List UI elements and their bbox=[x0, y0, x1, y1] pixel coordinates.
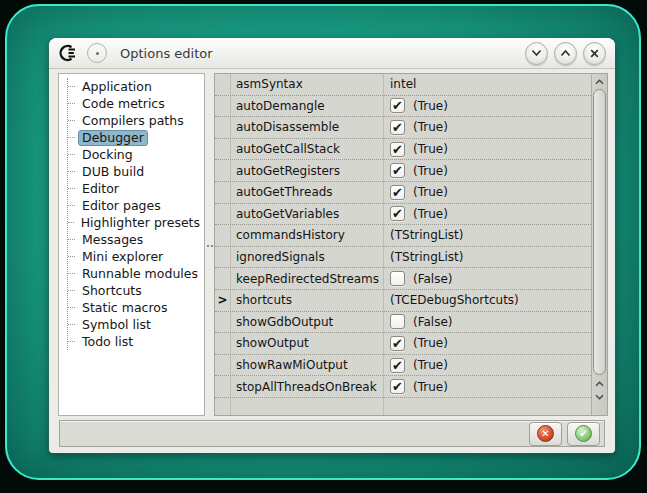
row-gutter bbox=[215, 312, 230, 333]
property-checkbox[interactable]: ✔ bbox=[390, 336, 405, 351]
sidebar-item-label: Mini explorer bbox=[78, 249, 167, 265]
property-name: autoGetCallStack bbox=[230, 139, 383, 160]
property-value-text: (TStringList) bbox=[390, 228, 463, 242]
expand-arrow-icon[interactable]: > bbox=[215, 290, 230, 311]
scroll-up-button[interactable] bbox=[592, 76, 607, 88]
property-row[interactable]: stopAllThreadsOnBreak ✔(True) bbox=[215, 376, 591, 398]
property-row[interactable]: autoGetCallStack ✔(True) bbox=[215, 139, 591, 161]
property-value-text: (True) bbox=[413, 336, 448, 350]
property-value-text: (False) bbox=[413, 315, 453, 329]
property-name: showRawMiOutput bbox=[230, 355, 383, 376]
property-value: (TStringList) bbox=[383, 225, 591, 246]
vertical-scrollbar[interactable] bbox=[591, 74, 607, 415]
property-value-text: (True) bbox=[413, 99, 448, 113]
property-checkbox[interactable]: ✔ bbox=[390, 358, 405, 373]
property-grid-rows: asmSyntax intel autoDemangle ✔(True) aut… bbox=[215, 74, 591, 398]
property-name: stopAllThreadsOnBreak bbox=[230, 376, 383, 397]
sidebar-item-label: Symbol list bbox=[78, 317, 155, 333]
property-row[interactable]: asmSyntax intel bbox=[215, 74, 591, 96]
sidebar-item[interactable]: Highlighter presets bbox=[68, 214, 204, 231]
accept-button[interactable]: ✔ bbox=[567, 422, 600, 446]
property-checkbox[interactable]: ✔ bbox=[390, 98, 405, 113]
property-row[interactable]: showGdbOutput (False) bbox=[215, 312, 591, 334]
property-row[interactable]: commandsHistory (TStringList) bbox=[215, 225, 591, 247]
sidebar-item[interactable]: Runnable modules bbox=[68, 265, 204, 282]
statusbar: ✕ ✔ bbox=[59, 420, 605, 447]
property-row[interactable]: autoGetVariables ✔(True) bbox=[215, 204, 591, 226]
property-checkbox[interactable]: ✔ bbox=[390, 379, 405, 394]
cross-circle-icon: ✕ bbox=[537, 425, 554, 442]
cancel-button[interactable]: ✕ bbox=[529, 422, 562, 446]
chevron-up-icon bbox=[595, 381, 604, 387]
property-row[interactable]: autoDisassemble ✔(True) bbox=[215, 117, 591, 139]
titlebar: Options editor bbox=[49, 38, 615, 69]
tree-branch-line bbox=[68, 307, 75, 308]
row-gutter bbox=[215, 225, 230, 246]
sidebar-item-label: Editor pages bbox=[78, 198, 165, 214]
property-row[interactable]: autoGetThreads ✔(True) bbox=[215, 182, 591, 204]
property-name: autoGetVariables bbox=[230, 204, 383, 225]
sidebar-item[interactable]: Todo list bbox=[68, 333, 204, 350]
sidebar-item[interactable]: Application bbox=[68, 78, 204, 95]
property-value: (TStringList) bbox=[383, 247, 591, 268]
scroll-down-button[interactable] bbox=[592, 391, 607, 403]
property-checkbox[interactable] bbox=[390, 314, 405, 329]
close-button[interactable] bbox=[583, 42, 606, 65]
property-checkbox[interactable]: ✔ bbox=[390, 206, 405, 221]
property-value: (TCEDebugShortcuts) bbox=[383, 290, 591, 311]
row-gutter bbox=[215, 376, 230, 397]
property-name: keepRedirectedStreams bbox=[230, 268, 383, 289]
sidebar-item[interactable]: Mini explorer bbox=[68, 248, 204, 265]
property-row[interactable]: showRawMiOutput ✔(True) bbox=[215, 355, 591, 377]
sidebar-item[interactable]: Symbol list bbox=[68, 316, 204, 333]
property-checkbox[interactable]: ✔ bbox=[390, 185, 405, 200]
sidebar-item[interactable]: Code metrics bbox=[68, 95, 204, 112]
sidebar-item[interactable]: Static macros bbox=[68, 299, 204, 316]
sidebar-item-label: Docking bbox=[78, 147, 137, 163]
unshade-button[interactable] bbox=[554, 42, 577, 65]
row-gutter bbox=[215, 74, 230, 95]
property-value: ✔(True) bbox=[383, 160, 591, 181]
property-checkbox[interactable]: ✔ bbox=[390, 163, 405, 178]
scroll-up-button-secondary[interactable] bbox=[592, 378, 607, 390]
property-value-text: (True) bbox=[413, 185, 448, 199]
sidebar-item-label: Application bbox=[78, 79, 156, 95]
sidebar-item-label: Shortcuts bbox=[78, 283, 146, 299]
tree-branch-line bbox=[68, 86, 75, 87]
chevron-down-icon bbox=[531, 49, 542, 57]
property-row[interactable]: > shortcuts (TCEDebugShortcuts) bbox=[215, 290, 591, 312]
sidebar-item[interactable]: Debugger bbox=[68, 129, 204, 146]
chevron-up-icon bbox=[595, 79, 604, 85]
close-icon bbox=[590, 49, 599, 58]
property-row[interactable]: autoGetRegisters ✔(True) bbox=[215, 160, 591, 182]
sidebar-item[interactable]: Compilers paths bbox=[68, 112, 204, 129]
property-row[interactable]: ignoredSignals (TStringList) bbox=[215, 247, 591, 269]
sidebar-item[interactable]: Editor bbox=[68, 180, 204, 197]
check-circle-icon: ✔ bbox=[575, 425, 592, 442]
property-checkbox[interactable]: ✔ bbox=[390, 142, 405, 157]
sidebar-item-label: Debugger bbox=[78, 130, 148, 146]
window-menu-button[interactable] bbox=[87, 43, 107, 63]
property-checkbox[interactable] bbox=[390, 271, 405, 286]
sidebar-item[interactable]: Messages bbox=[68, 231, 204, 248]
shade-button[interactable] bbox=[525, 42, 548, 65]
property-value: ✔(True) bbox=[383, 96, 591, 117]
property-row[interactable]: showOutput ✔(True) bbox=[215, 333, 591, 355]
sidebar-item[interactable]: Editor pages bbox=[68, 197, 204, 214]
property-row[interactable]: keepRedirectedStreams (False) bbox=[215, 268, 591, 290]
property-value: ✔(True) bbox=[383, 139, 591, 160]
window-content: Application Code metrics Compilers paths… bbox=[49, 69, 615, 453]
sidebar-splitter[interactable] bbox=[206, 73, 214, 416]
property-checkbox[interactable]: ✔ bbox=[390, 120, 405, 135]
property-row[interactable]: autoDemangle ✔(True) bbox=[215, 96, 591, 118]
sidebar-item[interactable]: Docking bbox=[68, 146, 204, 163]
property-value: ✔(True) bbox=[383, 355, 591, 376]
scrollbar-thumb[interactable] bbox=[593, 89, 606, 375]
tree-branch-line bbox=[68, 137, 75, 138]
tree-branch-line bbox=[68, 341, 75, 342]
property-value: ✔(True) bbox=[383, 117, 591, 138]
tree-branch-line bbox=[68, 154, 75, 155]
sidebar-item[interactable]: Shortcuts bbox=[68, 282, 204, 299]
sidebar-item[interactable]: DUB build bbox=[68, 163, 204, 180]
property-value-text: intel bbox=[390, 77, 416, 91]
